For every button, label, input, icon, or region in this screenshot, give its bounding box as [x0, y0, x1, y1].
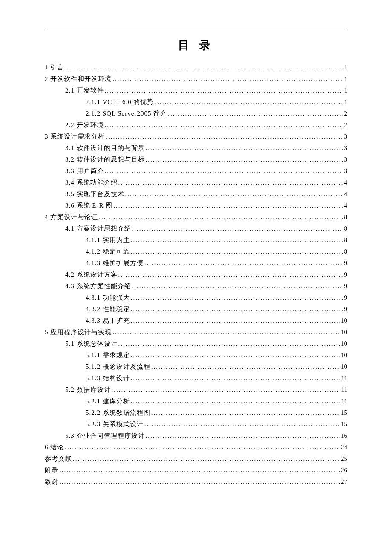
- toc-entry: 3.1 软件设计的目的与背景3: [45, 142, 347, 153]
- toc-entry: 3.5 实现平台及技术4: [45, 188, 347, 199]
- toc-entry: 2.1.2 SQL Server2005 简介2: [45, 107, 347, 119]
- toc-entry-label: 4.1 方案设计思想介绍: [65, 223, 131, 234]
- toc-entry: 5.2.3 关系模式设计15: [45, 418, 347, 430]
- toc-entry-label: 附录: [45, 465, 58, 475]
- toc-entry-page: 27: [340, 477, 347, 487]
- toc-entry: 5.2.2 系统数据流程图15: [45, 407, 347, 418]
- toc-entry: 参考文献25: [45, 453, 347, 464]
- toc-dot-leader: [104, 120, 343, 130]
- toc-dot-leader: [112, 200, 343, 211]
- toc-entry-label: 2 开发软件和开发环境: [45, 74, 112, 84]
- toc-entry-label: 3.5 实现平台及技术: [65, 189, 124, 199]
- toc-entry-label: 5.1.3 结构设计: [86, 373, 130, 383]
- toc-entry-page: 1: [343, 85, 348, 95]
- toc-entry-page: 9: [343, 292, 348, 303]
- toc-entry-page: 10: [340, 338, 347, 349]
- toc-dot-leader: [145, 431, 340, 441]
- toc-entry-page: 9: [343, 269, 348, 280]
- toc-entry: 5.1 系统总体设计10: [45, 338, 347, 349]
- toc-entry: 3.2 软件设计的思想与目标3: [45, 153, 347, 165]
- toc-dot-leader: [72, 454, 340, 464]
- toc-dot-leader: [130, 396, 340, 406]
- toc-list: 1 引言12 开发软件和开发环境12.1 开发软件12.1.1 VC++ 6.0…: [45, 61, 347, 487]
- toc-dot-leader: [131, 281, 343, 291]
- toc-entry-label: 2.1.2 SQL Server2005 简介: [86, 108, 167, 119]
- toc-dot-leader: [144, 258, 343, 268]
- toc-entry-label: 3.3 用户简介: [65, 166, 104, 176]
- toc-dot-leader: [111, 384, 340, 395]
- toc-entry-label: 2.2 开发环境: [65, 120, 104, 130]
- toc-entry-page: 11: [340, 396, 347, 406]
- toc-dot-leader: [130, 315, 340, 326]
- toc-entry-label: 5.3 企业合同管理程序设计: [65, 431, 145, 441]
- toc-entry: 3.4 系统功能介绍4: [45, 176, 347, 188]
- toc-entry-page: 3: [343, 166, 348, 176]
- toc-dot-leader: [105, 131, 343, 142]
- toc-entry: 5.1.1 需求规定10: [45, 349, 347, 361]
- toc-entry-page: 11: [340, 373, 347, 383]
- toc-entry: 5.1.2 概念设计及流程10: [45, 361, 347, 372]
- toc-entry-page: 4: [343, 177, 348, 188]
- toc-entry-page: 3: [343, 131, 348, 142]
- toc-entry: 5.1.3 结构设计11: [45, 372, 347, 384]
- toc-dot-leader: [145, 143, 343, 153]
- toc-entry: 3 系统设计需求分析3: [45, 130, 347, 142]
- toc-entry: 4.3.3 易于扩充10: [45, 315, 347, 326]
- toc-dot-leader: [58, 477, 340, 487]
- page-container: 目 录 1 引言12 开发软件和开发环境12.1 开发软件12.1.1 VC++…: [0, 0, 392, 509]
- toc-entry-page: 3: [343, 154, 348, 165]
- toc-entry-label: 5.1.2 概念设计及流程: [86, 361, 150, 372]
- toc-entry-label: 5.2.1 建库分析: [86, 396, 130, 406]
- toc-entry-label: 致谢: [45, 477, 58, 487]
- toc-dot-leader: [58, 465, 340, 475]
- toc-entry: 4.3 系统方案性能介绍9: [45, 280, 347, 292]
- toc-entry: 2.1.1 VC++ 6.0 的优势1: [45, 96, 347, 107]
- toc-entry-label: 5.2 数据库设计: [65, 384, 111, 395]
- toc-entry-page: 10: [340, 315, 347, 326]
- toc-entry: 4 方案设计与论证8: [45, 211, 347, 223]
- toc-entry-label: 4.1.1 实用为主: [86, 235, 130, 245]
- toc-entry-page: 24: [340, 442, 347, 452]
- toc-entry-label: 4.3 系统方案性能介绍: [65, 281, 131, 291]
- toc-dot-leader: [144, 419, 340, 429]
- toc-entry: 致谢27: [45, 476, 347, 487]
- toc-entry-label: 4.3.3 易于扩充: [86, 315, 130, 326]
- toc-entry-label: 4.3.2 性能稳定: [86, 304, 130, 314]
- toc-entry: 4.2 系统设计方案9: [45, 269, 347, 280]
- toc-entry: 1 引言1: [45, 61, 347, 73]
- toc-entry-label: 3.1 软件设计的目的与背景: [65, 143, 145, 153]
- toc-entry-label: 2.1.1 VC++ 6.0 的优势: [86, 97, 154, 107]
- toc-entry-label: 4.3.1 功能强大: [86, 292, 130, 303]
- toc-dot-leader: [112, 327, 340, 337]
- toc-entry-label: 5.1 系统总体设计: [65, 338, 118, 349]
- toc-entry: 5.3 企业合同管理程序设计16: [45, 430, 347, 441]
- toc-entry-page: 10: [340, 350, 347, 360]
- toc-entry-page: 9: [343, 304, 348, 314]
- toc-dot-leader: [167, 108, 343, 119]
- toc-entry: 5.2 数据库设计11: [45, 384, 347, 395]
- toc-entry-label: 6 结论: [45, 442, 64, 452]
- toc-dot-leader: [154, 97, 343, 107]
- toc-entry-page: 8: [343, 223, 348, 234]
- toc-entry-label: 5.2.2 系统数据流程图: [86, 408, 150, 418]
- toc-entry-page: 3: [343, 143, 348, 153]
- toc-entry-page: 16: [340, 431, 347, 441]
- toc-dot-leader: [130, 350, 340, 360]
- toc-entry-page: 10: [340, 361, 347, 372]
- toc-entry-label: 4.2 系统设计方案: [65, 269, 118, 280]
- toc-entry: 3.6 系统 E-R 图4: [45, 199, 347, 211]
- toc-entry-page: 10: [340, 327, 347, 337]
- toc-entry: 4.1 方案设计思想介绍8: [45, 223, 347, 234]
- toc-entry-label: 3.2 软件设计的思想与目标: [65, 154, 145, 165]
- toc-dot-leader: [118, 177, 343, 188]
- toc-dot-leader: [124, 189, 343, 199]
- toc-entry-label: 3.6 系统 E-R 图: [65, 200, 112, 211]
- toc-dot-leader: [130, 292, 343, 303]
- toc-entry-page: 2: [343, 108, 348, 119]
- toc-entry-page: 15: [340, 419, 347, 429]
- toc-entry-page: 8: [343, 235, 348, 245]
- toc-entry: 2.2 开发环境2: [45, 119, 347, 130]
- toc-dot-leader: [130, 246, 343, 257]
- toc-dot-leader: [118, 338, 340, 349]
- toc-entry-page: 8: [343, 212, 348, 222]
